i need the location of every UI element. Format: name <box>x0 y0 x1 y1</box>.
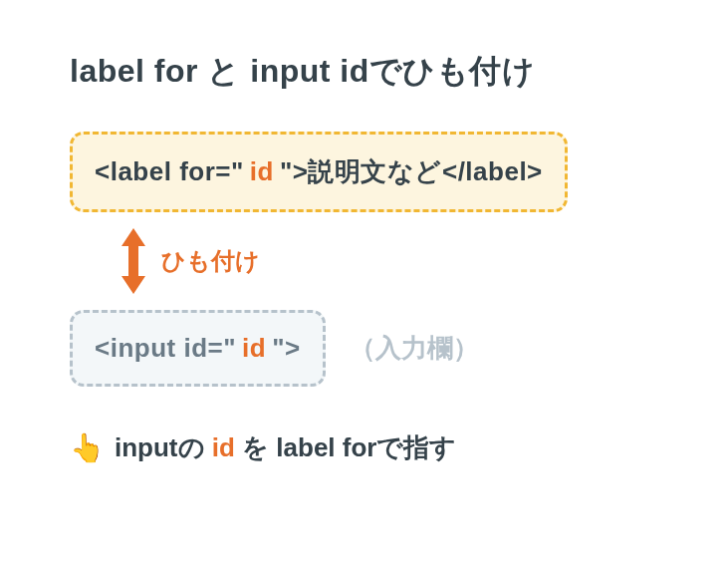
input-close: "> <box>272 333 301 364</box>
input-hint: （入力欄） <box>350 331 479 366</box>
diagram-title: label for と input idでひも付け <box>70 50 658 94</box>
input-id-token: id <box>242 333 266 364</box>
link-row: ひも付け <box>120 228 658 294</box>
svg-rect-1 <box>128 244 138 278</box>
svg-marker-0 <box>121 228 145 246</box>
footer-t2: を label forで指す <box>235 432 457 462</box>
label-id-token: id <box>250 156 274 187</box>
label-element-box: <label for=" id ">説明文など</label> <box>70 132 568 212</box>
pointing-up-icon: 👆 <box>70 431 105 464</box>
svg-marker-2 <box>121 276 145 294</box>
footer-id-token: id <box>212 432 235 462</box>
footer-t1: inputの <box>115 432 212 462</box>
footer-note: 👆 inputの id を label forで指す <box>70 430 658 465</box>
label-close: ">説明文など</label> <box>280 154 543 189</box>
link-label: ひも付け <box>161 245 260 277</box>
input-open: <input id=" <box>95 333 236 364</box>
double-arrow-icon <box>120 228 147 294</box>
input-element-box: <input id="id "> <box>70 310 326 387</box>
label-open: <label for=" <box>95 156 244 187</box>
